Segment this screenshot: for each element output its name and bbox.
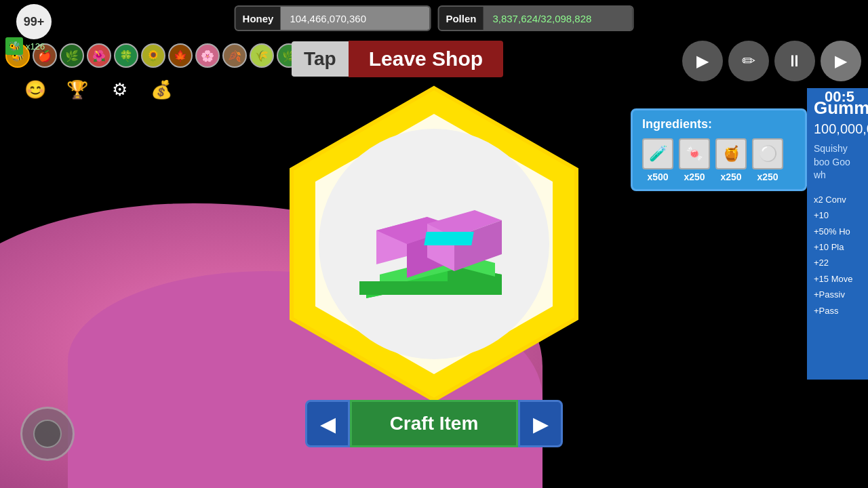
ingredient-icon-0: 🧪 bbox=[642, 138, 673, 169]
toolbar-icon-6[interactable]: 🍁 bbox=[168, 43, 193, 68]
ingredient-count-1: x250 bbox=[684, 171, 705, 182]
item-info-panel: Gumm 100,000,0 Squishy boo Goo wh x2 Con… bbox=[807, 88, 868, 380]
honey-value: 104,466,070,360 bbox=[280, 7, 429, 30]
face-icon[interactable]: 😊 bbox=[20, 75, 50, 104]
leave-shop-button[interactable]: Tap Leave Shop bbox=[292, 41, 503, 77]
svg-marker-13 bbox=[359, 281, 502, 295]
stat-6: +Passiv bbox=[814, 287, 861, 302]
next-item-button[interactable]: ▶ bbox=[518, 400, 563, 447]
joystick-inner bbox=[33, 420, 62, 448]
stat-4: +22 bbox=[814, 255, 861, 270]
ingredient-1: 🍬 x250 bbox=[679, 138, 710, 182]
action-icons: 😊 🏆 ⚙ 💰 bbox=[20, 75, 176, 104]
stat-5: +15 Move bbox=[814, 271, 861, 287]
item-cost: 100,000,0 bbox=[814, 121, 861, 137]
ingredient-count-2: x250 bbox=[720, 171, 741, 182]
toolbar-icon-3[interactable]: 🌺 bbox=[87, 43, 111, 68]
toolbar-icon-9[interactable]: 🌾 bbox=[250, 43, 274, 68]
stat-2: +50% Ho bbox=[814, 224, 861, 239]
toolbar-icon-2[interactable]: 🌿 bbox=[60, 43, 84, 68]
toolbar-icon-7[interactable]: 🌸 bbox=[195, 43, 220, 68]
pollen-value: 3,837,624/32,098,828 bbox=[483, 7, 632, 30]
craft-item-label: Craft Item bbox=[390, 413, 479, 434]
pause-button[interactable]: ⏸ bbox=[774, 41, 815, 81]
resource-bar: Honey 104,466,070,360 Pollen 3,837,624/3… bbox=[229, 0, 639, 37]
pollen-label: Pollen bbox=[439, 13, 483, 24]
ingredients-title: Ingredients: bbox=[642, 117, 795, 131]
item-stats: x2 Conv +10 +50% Ho +10 Pla +22 +15 Move… bbox=[814, 192, 861, 319]
leave-shop-label: Leave Shop bbox=[349, 41, 503, 77]
extra-button[interactable]: ▶ bbox=[821, 41, 861, 81]
character-indicator: 🐝 x126 bbox=[5, 37, 45, 55]
toolbar-icon-8[interactable]: 🍂 bbox=[222, 43, 247, 68]
ingredient-icon-3: ⚪ bbox=[752, 138, 783, 169]
hex-container bbox=[251, 81, 617, 407]
craft-item-button[interactable]: Craft Item bbox=[350, 400, 518, 447]
svg-rect-12 bbox=[424, 232, 474, 245]
honey-label: Honey bbox=[236, 13, 281, 24]
ingredient-count-3: x250 bbox=[757, 171, 778, 182]
timer-value: 00:5 bbox=[825, 88, 854, 105]
hexagon bbox=[271, 81, 597, 407]
trophy-icon[interactable]: 🏆 bbox=[62, 75, 92, 104]
notif-count: 99+ bbox=[24, 15, 45, 29]
forward-button[interactable]: ▶ bbox=[682, 41, 723, 81]
ingredient-3: ⚪ x250 bbox=[752, 138, 783, 182]
pencil-button[interactable]: ✏ bbox=[728, 41, 769, 81]
item-display bbox=[319, 129, 549, 359]
ingredient-2: 🍯 x250 bbox=[715, 138, 747, 182]
craft-controls: ◀ Craft Item ▶ bbox=[305, 400, 563, 447]
char-icon: 🐝 bbox=[5, 37, 23, 55]
item-description: Squishy boo Goo wh bbox=[814, 142, 861, 182]
ingredient-count-0: x500 bbox=[647, 171, 668, 182]
ingredient-icon-1: 🍬 bbox=[679, 138, 710, 169]
ingredients-panel: Ingredients: 🧪 x500 🍬 x250 🍯 x250 ⚪ x250 bbox=[631, 108, 807, 191]
prev-arrow-icon: ◀ bbox=[320, 412, 336, 436]
stat-1: +10 bbox=[814, 207, 861, 223]
pollen-resource: Pollen 3,837,624/32,098,828 bbox=[437, 5, 633, 31]
char-level: x126 bbox=[26, 41, 45, 52]
notification-badge[interactable]: 99+ bbox=[16, 4, 52, 39]
ingredient-icon-2: 🍯 bbox=[715, 138, 747, 169]
next-arrow-icon: ▶ bbox=[533, 412, 549, 436]
stat-3: +10 Pla bbox=[814, 239, 861, 255]
timer-display: 00:5 bbox=[825, 88, 854, 106]
tap-label: Tap bbox=[292, 41, 349, 77]
toolbar-icon-4[interactable]: 🍀 bbox=[114, 43, 138, 68]
bag-icon[interactable]: 💰 bbox=[146, 75, 176, 104]
settings-icon[interactable]: ⚙ bbox=[104, 75, 134, 104]
stat-0: x2 Conv bbox=[814, 192, 861, 207]
honey-resource: Honey 104,466,070,360 bbox=[235, 5, 431, 31]
toolbar-icon-5[interactable]: 🌻 bbox=[141, 43, 165, 68]
joystick[interactable] bbox=[20, 407, 75, 461]
prev-item-button[interactable]: ◀ bbox=[305, 400, 350, 447]
item-3d-svg bbox=[339, 169, 529, 319]
stat-7: +Pass bbox=[814, 303, 861, 319]
ingredient-0: 🧪 x500 bbox=[642, 138, 673, 182]
ingredients-row: 🧪 x500 🍬 x250 🍯 x250 ⚪ x250 bbox=[642, 138, 795, 182]
top-right-controls: ▶ ✏ ⏸ ▶ bbox=[682, 41, 861, 81]
